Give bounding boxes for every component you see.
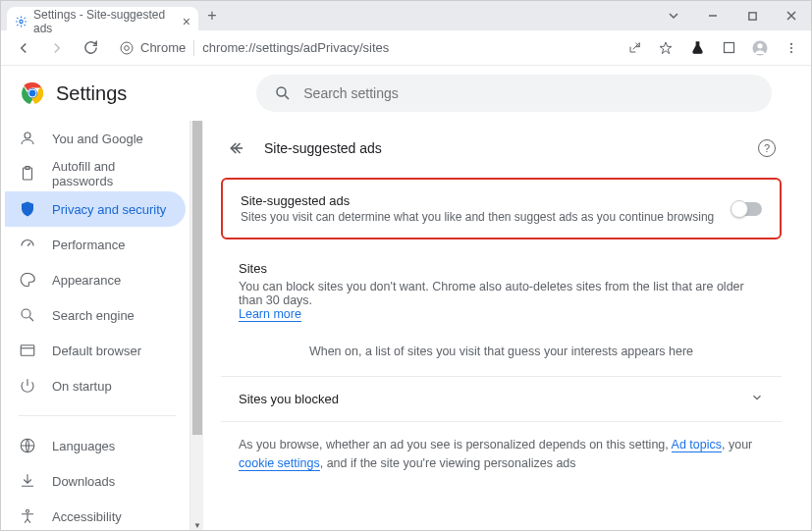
sites-you-blocked-row[interactable]: Sites you blocked: [221, 377, 782, 422]
search-icon: [274, 84, 292, 102]
labs-icon[interactable]: [687, 38, 707, 58]
section-description: You can block sites you don't want. Chro…: [239, 280, 744, 307]
svg-point-8: [790, 46, 792, 48]
site-label: Chrome: [140, 40, 186, 55]
svg-point-13: [277, 87, 286, 96]
svg-rect-1: [748, 12, 755, 19]
section-title: Sites: [239, 261, 764, 276]
sidebar-item-label: On startup: [52, 379, 112, 394]
site-suggested-ads-card: Site-suggested ads Sites you visit can d…: [221, 178, 782, 239]
sidebar-item-startup[interactable]: On startup: [5, 368, 186, 403]
share-icon[interactable]: [624, 38, 644, 58]
chrome-logo-icon: [21, 81, 44, 105]
sidebar-scrollbar[interactable]: ▼: [189, 121, 203, 531]
gauge-icon: [19, 236, 36, 253]
url-text[interactable]: chrome://settings/adPrivacy/sites: [202, 40, 389, 55]
site-suggested-ads-toggle[interactable]: [732, 202, 762, 216]
window-titlebar: Settings - Site-suggested ads × +: [1, 1, 811, 30]
forward-button[interactable]: [44, 35, 70, 61]
content-back-button[interactable]: [227, 137, 248, 159]
sidebar-item-label: You and Google: [52, 132, 143, 146]
download-icon: [19, 472, 36, 490]
shield-icon: [19, 200, 36, 218]
globe-icon: [19, 437, 36, 454]
menu-icon[interactable]: [782, 38, 801, 58]
minimize-button[interactable]: [693, 1, 732, 30]
reload-button[interactable]: [78, 35, 103, 61]
footer-note: As you browse, whether an ad you see is …: [221, 422, 782, 487]
close-window-button[interactable]: [772, 1, 811, 30]
profile-icon[interactable]: [750, 38, 770, 58]
help-button[interactable]: ?: [758, 139, 776, 157]
sidebar-item-label: Appearance: [52, 273, 121, 288]
cookie-settings-link[interactable]: cookie settings: [239, 456, 320, 471]
svg-point-7: [790, 42, 792, 44]
sidebar-item-autofill[interactable]: Autofill and passwords: [5, 156, 186, 191]
sidebar-item-you-and-google[interactable]: You and Google: [5, 121, 186, 156]
search-box[interactable]: [256, 75, 772, 112]
divider: [193, 40, 194, 56]
svg-rect-18: [21, 345, 34, 356]
ad-topics-link[interactable]: Ad topics: [672, 438, 722, 452]
chevron-down-icon: [750, 391, 764, 407]
card-title: Site-suggested ads: [241, 193, 732, 208]
scrollbar-thumb[interactable]: [192, 121, 202, 435]
person-icon: [19, 130, 36, 147]
sidebar-item-performance[interactable]: Performance: [5, 227, 186, 262]
svg-point-14: [25, 133, 30, 138]
sidebar-item-languages[interactable]: Languages: [5, 428, 186, 463]
learn-more-link[interactable]: Learn more: [239, 307, 301, 322]
search-input[interactable]: [303, 85, 754, 101]
sites-section: Sites You can block sites you don't want…: [221, 247, 782, 377]
back-button[interactable]: [11, 35, 36, 61]
svg-point-17: [22, 309, 30, 318]
sidebar-item-label: Downloads: [52, 474, 115, 489]
close-tab-button[interactable]: ×: [183, 14, 190, 29]
sidebar-item-label: Autofill and passwords: [52, 159, 172, 188]
svg-point-6: [757, 43, 762, 48]
tab-title: Settings - Site-suggested ads: [33, 8, 177, 35]
accessibility-icon: [19, 507, 36, 525]
new-tab-button[interactable]: +: [198, 7, 226, 25]
bookmark-icon[interactable]: [656, 38, 676, 58]
sidebar-item-downloads[interactable]: Downloads: [5, 463, 186, 499]
gear-icon: [15, 15, 27, 28]
card-description: Sites you visit can determine what you l…: [241, 210, 732, 224]
palette-icon: [19, 271, 36, 289]
svg-point-20: [27, 509, 29, 512]
svg-point-0: [20, 20, 23, 23]
svg-rect-4: [724, 43, 733, 53]
sidebar-item-accessibility[interactable]: Accessibility: [5, 499, 186, 531]
sidebar-item-privacy[interactable]: Privacy and security: [5, 191, 186, 227]
sidebar-item-label: Search engine: [52, 308, 135, 323]
page-title: Settings: [56, 82, 127, 105]
browser-icon: [19, 342, 36, 359]
sidebar-item-label: Privacy and security: [52, 202, 166, 217]
sidebar: You and Google Autofill and passwords Pr…: [1, 121, 189, 531]
power-icon: [19, 377, 36, 395]
svg-point-9: [790, 51, 792, 53]
chevron-down-icon[interactable]: [654, 1, 693, 30]
window-controls: [654, 1, 811, 30]
sidebar-item-appearance[interactable]: Appearance: [5, 262, 186, 297]
settings-header: Settings: [1, 66, 811, 121]
empty-state-note: When on, a list of sites you visit that …: [239, 321, 764, 362]
content-header: Site-suggested ads ?: [207, 127, 795, 170]
browser-tab[interactable]: Settings - Site-suggested ads ×: [7, 7, 198, 36]
scroll-down-button[interactable]: ▼: [190, 518, 204, 531]
chrome-icon: [119, 40, 135, 56]
content-pane: Site-suggested ads ? Site-suggested ads …: [207, 121, 811, 531]
sidebar-item-search[interactable]: Search engine: [5, 297, 186, 333]
maximize-button[interactable]: [732, 1, 772, 30]
sidebar-item-label: Languages: [52, 439, 115, 453]
search-icon: [19, 306, 36, 324]
extensions-icon[interactable]: [719, 38, 738, 58]
svg-point-3: [125, 45, 130, 50]
sidebar-item-default-browser[interactable]: Default browser: [5, 333, 186, 368]
site-chip[interactable]: Chrome: [119, 40, 186, 56]
sidebar-item-label: Accessibility: [52, 509, 122, 524]
divider: [19, 415, 176, 416]
clipboard-icon: [19, 165, 36, 183]
row-title: Sites you blocked: [239, 392, 339, 406]
sidebar-item-label: Performance: [52, 238, 125, 252]
